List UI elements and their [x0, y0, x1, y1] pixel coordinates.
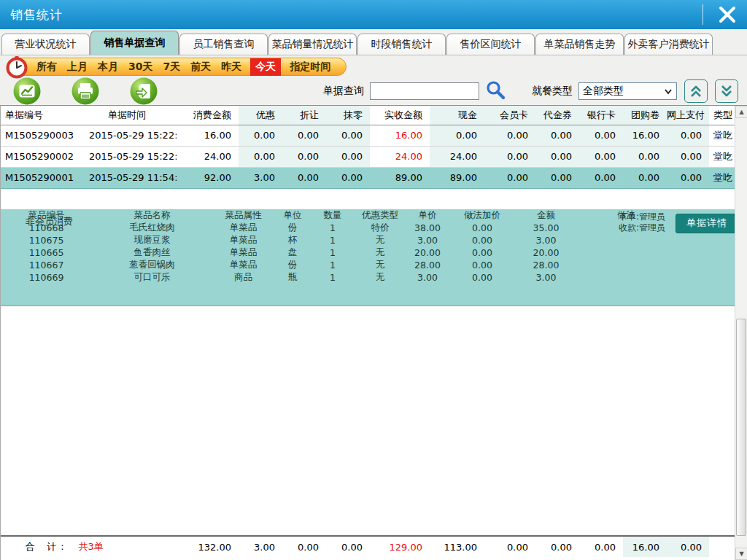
- close-icon[interactable]: [715, 2, 740, 27]
- order-row-0[interactable]: M15052900032015-05-29 15:22:2716.000.000…: [1, 125, 735, 146]
- tab-6[interactable]: 单菜品销售走势: [535, 34, 624, 55]
- date-filter-8[interactable]: 指定时间: [290, 61, 330, 74]
- meal-type-select[interactable]: 全部类型: [578, 82, 677, 100]
- tab-0[interactable]: 营业状况统计: [1, 34, 90, 55]
- item-cell: 3.00: [515, 234, 577, 246]
- date-filter-row: 所有上月本月30天7天前天昨天今天指定时间: [0, 55, 747, 77]
- item-cell: 份: [274, 259, 311, 271]
- item-cell: 28.00: [406, 259, 449, 271]
- item-row-2: 110665鱼香肉丝单菜品盘1无20.000.0020.00: [1, 246, 735, 259]
- order-cell: 2015-05-29 11:54:06: [77, 167, 177, 188]
- date-filter-2[interactable]: 本月: [98, 61, 118, 74]
- tab-7[interactable]: 外卖客户消费统计: [624, 34, 713, 55]
- scroll-up-arrow[interactable]: ▲: [735, 106, 747, 118]
- item-cell: 38.00: [406, 222, 449, 234]
- order-cell: 0.00: [667, 146, 709, 167]
- collapse-all-button[interactable]: [684, 79, 708, 103]
- vertical-scrollbar[interactable]: ▲ ▼: [735, 106, 747, 560]
- date-filter-3[interactable]: 30天: [128, 61, 152, 74]
- order-cell: 0.00: [535, 146, 579, 167]
- item-column-header-7: 做法加价: [449, 209, 515, 222]
- order-cell: 89.00: [430, 167, 484, 188]
- order-operator: 下单:管理员: [619, 211, 665, 222]
- order-row-2[interactable]: M15052900012015-05-29 11:54:0692.003.000…: [1, 167, 735, 188]
- order-cell: 0.00: [239, 146, 282, 167]
- date-filter-4[interactable]: 7天: [163, 61, 180, 74]
- column-header-6: 实收金额: [370, 106, 430, 125]
- scroll-down-arrow[interactable]: ▼: [735, 548, 747, 560]
- search-input[interactable]: [370, 82, 479, 100]
- tab-4[interactable]: 时段销售统计: [357, 34, 446, 55]
- date-filter-5[interactable]: 前天: [190, 61, 211, 74]
- order-cell: 24.00: [177, 146, 239, 167]
- order-cell: 92.00: [177, 167, 239, 188]
- scrollbar-thumb[interactable]: [736, 319, 746, 536]
- total-cell-8: 0.00: [484, 537, 535, 557]
- column-header-12: 网上支付: [667, 106, 709, 125]
- item-cell: 0.00: [449, 259, 515, 271]
- order-cell: 16.00: [177, 125, 239, 146]
- order-cell: 24.00: [430, 146, 484, 167]
- total-cell-5: 0.00: [326, 537, 370, 557]
- tab-5[interactable]: 售价区间统计: [446, 34, 535, 55]
- titlebar-separator: [703, 4, 703, 25]
- tab-1[interactable]: 销售单据查询: [90, 31, 179, 55]
- total-cell-7: 113.00: [430, 537, 484, 557]
- totals-table: 合 计:共3单132.003.000.000.00129.00113.000.0…: [1, 537, 735, 557]
- date-filter-7[interactable]: 今天: [250, 58, 281, 76]
- item-row-1: 110675现磨豆浆单菜品杯1无3.000.003.00: [1, 234, 735, 246]
- item-cell: 1: [311, 259, 355, 271]
- item-cell: 毛氏红烧肉: [92, 222, 212, 234]
- search-icon[interactable]: [485, 79, 506, 103]
- meal-type-value: 全部类型: [583, 85, 624, 98]
- item-cell: 可口可乐: [92, 271, 212, 284]
- item-cell: 商品: [212, 271, 274, 284]
- total-cell-2: 132.00: [177, 537, 239, 557]
- meal-type-label: 就餐类型: [532, 85, 573, 98]
- order-cell: 0.00: [623, 167, 667, 188]
- order-cell: 0.00: [282, 167, 326, 188]
- date-filter-1[interactable]: 上月: [67, 61, 88, 74]
- totals-label-cell: 合 计:共3单: [1, 537, 177, 557]
- order-row-1[interactable]: M15052900022015-05-29 15:22:2024.000.000…: [1, 146, 735, 167]
- tab-2[interactable]: 员工销售查询: [179, 34, 268, 55]
- order-detail-button[interactable]: 单据详情: [676, 214, 738, 233]
- total-cell-4: 0.00: [282, 537, 326, 557]
- order-cell: 0.00: [623, 146, 667, 167]
- totals-footer: 合 计:共3单132.003.000.000.00129.00113.000.0…: [1, 535, 747, 557]
- order-cell: 0.00: [535, 167, 579, 188]
- order-cell: 0.00: [484, 146, 535, 167]
- item-cell: 1: [311, 222, 355, 234]
- total-cell-6: 129.00: [370, 537, 430, 557]
- column-header-5: 抹零: [326, 106, 370, 125]
- tab-3[interactable]: 菜品销量情况统计: [268, 34, 357, 55]
- order-cell: 0.00: [484, 125, 535, 146]
- expand-all-button[interactable]: [715, 79, 738, 103]
- order-cell: 0.00: [484, 167, 535, 188]
- order-cell: 0.00: [430, 125, 484, 146]
- item-column-header-4: 数量: [311, 209, 355, 222]
- item-cell: 单菜品: [212, 246, 274, 259]
- item-cell: 单菜品: [212, 234, 274, 246]
- item-cell: 特价: [355, 222, 406, 234]
- item-cell: 35.00: [515, 222, 577, 234]
- title-bar: 销售统计: [0, 0, 747, 29]
- order-cell: 3.00: [239, 167, 282, 188]
- column-header-7: 现金: [430, 106, 484, 125]
- operator-info: 下单:管理员 收款:管理员: [619, 211, 665, 233]
- clock-icon: [5, 55, 28, 79]
- item-cell: 20.00: [406, 246, 449, 259]
- printer-button[interactable]: [71, 77, 99, 105]
- order-cell: 0.00: [326, 167, 370, 188]
- item-cell: 1: [311, 271, 355, 284]
- date-filter-0[interactable]: 所有: [36, 61, 57, 74]
- line-chart-button[interactable]: [13, 77, 41, 105]
- order-cell: 0.00: [239, 125, 282, 146]
- order-cell: 0.00: [282, 125, 326, 146]
- column-header-9: 代金券: [535, 106, 579, 125]
- orders-header-row: 单据编号单据时间消费金额优惠折让抹零实收金额现金会员卡代金券银行卡团购卷网上支付…: [1, 106, 735, 125]
- member-status-label: 非会员消费: [26, 215, 73, 228]
- date-filter-6[interactable]: 昨天: [221, 61, 241, 74]
- export-button[interactable]: [130, 77, 158, 105]
- order-cell: 2015-05-29 15:22:27: [77, 125, 177, 146]
